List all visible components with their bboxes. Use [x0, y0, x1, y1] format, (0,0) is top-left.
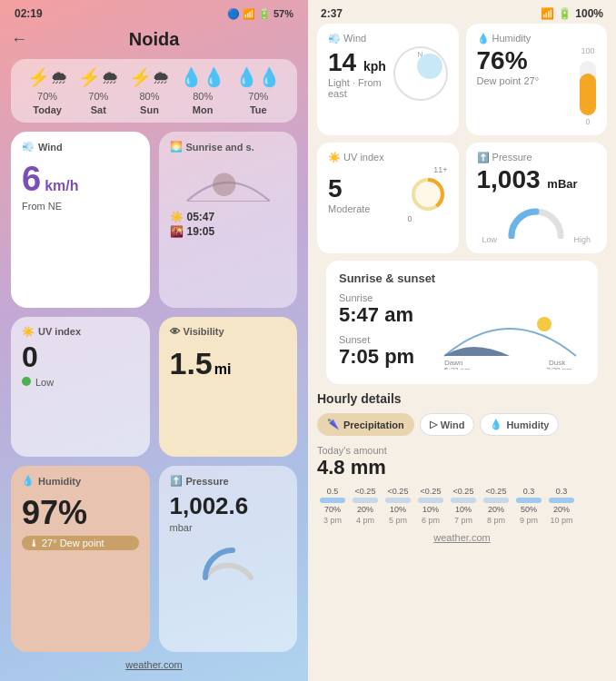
hour-pct-4: 10%	[455, 505, 472, 514]
pressure-icon: ⬆️	[170, 475, 183, 487]
pressure-low-label: Low	[482, 235, 498, 244]
right-footer[interactable]: weather.com	[308, 525, 616, 550]
filter-tabs: 🌂 Precipitation ▷ Wind 💧 Humidity	[317, 413, 607, 436]
forecast-item-2: ⚡🌧 80% Sun	[129, 66, 170, 115]
sunrise-rise-row: ☀️ 05:47	[170, 211, 287, 223]
top-row-1: 💨 Wind 14 kph Light · From east N	[317, 24, 607, 135]
humidity-icon: 💧	[22, 475, 35, 487]
filter-wind[interactable]: ▷ Wind	[420, 413, 475, 436]
bluetooth-icon: 🔵	[227, 8, 240, 20]
left-status-icons: 🔵 📶 🔋 57%	[227, 8, 293, 20]
right-time: 2:37	[321, 7, 343, 20]
forecast-item-4: 💧💧 70% Tue	[235, 66, 281, 115]
hour-label-3: 6 pm	[422, 516, 440, 525]
filter-humidity[interactable]: 💧 Humidity	[480, 413, 559, 436]
forecast-day-2: Sun	[140, 104, 159, 115]
right-wind-value: 14 kph	[328, 48, 393, 77]
left-header: ← Noida	[11, 24, 297, 59]
forecast-item-0: ⚡🌧 70% Today	[27, 66, 68, 115]
forecast-item-1: ⚡🌧 70% Sat	[78, 66, 119, 115]
wind-compass: N	[393, 46, 448, 101]
top-row-2: ☀️ UV index 5 Moderate 11+ 0	[317, 143, 607, 253]
wind-icon: 💨	[22, 141, 35, 153]
wind-unit: km/h	[45, 178, 78, 194]
forecast-strip: ⚡🌧 70% Today ⚡🌧 70% Sat ⚡🌧 80% Sun 💧💧 80…	[11, 59, 297, 123]
uv-max-label: 11+	[433, 165, 447, 174]
forecast-icon-1: ⚡🌧	[78, 66, 119, 88]
hour-pct-2: 10%	[390, 505, 406, 514]
visibility-title: 👁 Visibility	[170, 326, 287, 337]
compass-circle: N	[393, 46, 448, 101]
right-uv-icon: ☀️	[328, 152, 341, 163]
right-humidity-title: 💧 Humidity	[477, 33, 597, 44]
hour-label-4: 7 pm	[454, 516, 472, 525]
svg-point-1	[212, 173, 234, 196]
forecast-icon-0: ⚡🌧	[27, 66, 68, 88]
hour-bar-7	[549, 498, 574, 503]
hour-label-0: 3 pm	[323, 516, 342, 525]
forecast-icon-3: 💧💧	[180, 66, 225, 88]
sunrise-arc	[170, 160, 287, 205]
hour-col-3: <0.2510%6 pm	[415, 487, 446, 525]
sunrise-set-value: 19:05	[187, 225, 215, 238]
humidity-title: 💧 Humidity	[22, 475, 139, 487]
sun-rise-icon: ☀️	[170, 211, 184, 223]
left-time: 02:19	[15, 7, 43, 20]
hour-precip-5: <0.25	[486, 487, 507, 496]
right-status-bar: 2:37 📶 🔋 100%	[308, 0, 616, 24]
today-amount-value: 4.8 mm	[317, 456, 607, 479]
hour-col-2: <0.2510%5 pm	[383, 487, 413, 525]
right-wind-unit: kph	[363, 59, 386, 74]
right-humidity-card: 💧 Humidity 76% Dew point 27° 100 0	[466, 24, 608, 135]
wind-title: 💨 Wind	[22, 141, 63, 153]
sunrise-header-icon: 🌅	[170, 141, 183, 153]
uv-value: 0	[22, 341, 139, 373]
right-panel: 2:37 📶 🔋 100% 💨 Wind 14 kph	[308, 0, 616, 681]
right-cards-area: 💨 Wind 14 kph Light · From east N	[308, 24, 616, 384]
hour-col-7: 0.320%10 pm	[546, 487, 577, 525]
forecast-pct-1: 70%	[88, 91, 108, 102]
precipitation-icon: 🌂	[327, 419, 340, 430]
hour-precip-0: 0.5	[327, 487, 339, 496]
filter-precipitation[interactable]: 🌂 Precipitation	[317, 413, 414, 436]
hour-col-1: <0.2520%4 pm	[350, 487, 381, 525]
sunrise-label: Sunrise	[339, 292, 426, 303]
hour-bar-3	[418, 498, 443, 503]
visibility-unit: mi	[214, 361, 232, 378]
wind-card: 💨 Wind 6 km/h From NE	[11, 132, 150, 308]
hour-pct-5: 20%	[488, 505, 504, 514]
visibility-card: 👁 Visibility 1.5 mi	[159, 317, 298, 458]
forecast-day-3: Mon	[193, 104, 214, 115]
humidity-bar-container	[580, 61, 596, 115]
forecast-item-3: 💧💧 80% Mon	[180, 66, 225, 115]
humidity-value: 97%	[22, 494, 139, 532]
right-wind-icon: 💨	[328, 33, 341, 44]
visibility-value: 1.5	[170, 346, 213, 381]
filter-humidity-icon: 💧	[490, 419, 502, 430]
sunrise-sunset-svg: Dawn 5:22 am Dusk 7:30 pm	[435, 292, 585, 370]
hour-label-6: 9 pm	[520, 516, 538, 525]
right-pressure-gauge	[477, 198, 597, 239]
right-pressure-value: 1,003 mBar	[477, 165, 597, 194]
dew-icon: 🌡	[29, 538, 39, 548]
visibility-icon: 👁	[170, 326, 180, 337]
hour-bar-0	[320, 498, 345, 503]
right-pressure-card: ⬆️ Pressure 1,003 mBar Low High	[466, 143, 608, 253]
right-wifi-icon: 📶	[541, 7, 554, 20]
left-footer[interactable]: weather.com	[11, 659, 297, 670]
today-amount-label: Today's amount	[317, 445, 607, 456]
right-pressure-title: ⬆️ Pressure	[477, 152, 597, 163]
sunrise-card: 🌅 Sunrise and s. ☀️ 05:47 🌇 19:05	[159, 132, 298, 308]
right-pressure-unit: mBar	[547, 177, 577, 191]
right-wind-card: 💨 Wind 14 kph Light · From east N	[317, 24, 459, 135]
hourly-bars: 0.570%3 pm<0.2520%4 pm<0.2510%5 pm<0.251…	[317, 487, 607, 525]
right-uv-title: ☀️ UV index	[328, 152, 448, 163]
ss-chart: Dawn 5:22 am Dusk 7:30 pm	[435, 292, 585, 373]
uv-circle-gauge	[408, 174, 448, 214]
hour-col-6: 0.350%9 pm	[513, 487, 544, 525]
sunset-label: Sunset	[339, 334, 426, 345]
pressure-card: ⬆️ Pressure 1,002.6 mbar	[159, 466, 298, 652]
hour-precip-2: <0.25	[388, 487, 409, 496]
hour-pct-7: 20%	[553, 505, 570, 514]
back-button[interactable]: ←	[11, 30, 27, 49]
